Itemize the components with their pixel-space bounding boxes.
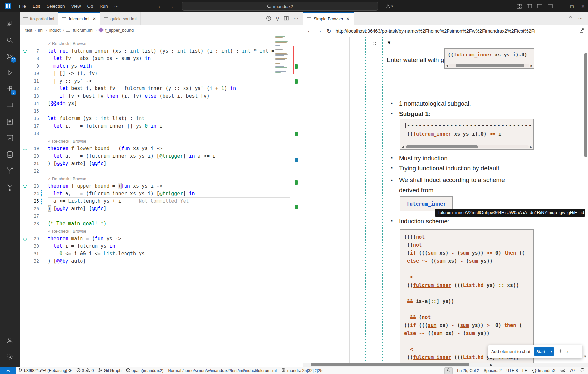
close-tab-icon[interactable]: ✕ xyxy=(346,16,350,21)
activity-item-extensions-icon[interactable]: 6 xyxy=(2,81,18,97)
line-number[interactable]: 19 xyxy=(34,145,39,152)
gutter[interactable]: 7 xyxy=(20,47,48,55)
code-line[interactable]: 18 xyxy=(20,130,303,137)
menu-go[interactable]: Go xyxy=(84,2,96,10)
tab-quick-sort[interactable]: quick_sort.iml xyxy=(100,12,140,25)
code-text[interactable]: | [] -> (i, fv) xyxy=(48,70,303,77)
indentation-status[interactable]: Spaces: 2 xyxy=(481,367,504,374)
forall-check-icon[interactable]: ∀ xyxy=(276,16,279,22)
gutter[interactable]: 15 xyxy=(20,107,48,115)
url-input[interactable]: http://localhost:36463/po-task/by-name/%… xyxy=(335,28,575,34)
gutter[interactable]: 17 xyxy=(20,122,48,130)
line-number[interactable]: 21 xyxy=(34,160,39,167)
line-number[interactable]: 15 xyxy=(34,107,39,115)
line-number[interactable]: 17 xyxy=(34,122,39,130)
code-token[interactable]: sum xyxy=(436,258,445,264)
code-line[interactable]: 29theorem main = (fun ys -> xyxy=(20,235,303,242)
code-text[interactable]: [@@adm ys] xyxy=(48,100,303,107)
gutter[interactable]: 11 xyxy=(20,77,48,85)
code-token[interactable]: fulcrum_inner xyxy=(413,131,451,137)
activity-item-source-control-icon[interactable]: 20 xyxy=(2,48,18,65)
code-line[interactable]: 11 | y :: ys' -> xyxy=(20,77,303,85)
menu-run[interactable]: Run xyxy=(96,2,111,10)
browser-reload-icon[interactable]: ↻ xyxy=(327,28,331,34)
browser-back-icon[interactable]: ← xyxy=(307,28,312,34)
line-number[interactable]: 20 xyxy=(34,152,39,160)
eol-status[interactable]: LF xyxy=(520,367,530,374)
activity-item-database-icon[interactable] xyxy=(2,146,18,163)
subgoal-scrollbar[interactable]: ◀ ▶ xyxy=(401,145,533,149)
code-text[interactable]: (* The main goal! *) xyxy=(48,220,303,227)
line-number[interactable]: 26 xyxy=(34,205,39,212)
code-text[interactable]: let fulcrum (ys : int list) : int = xyxy=(48,115,303,122)
code-line[interactable]: 28(* The main goal! *) xyxy=(20,220,303,227)
command-center-search[interactable]: imandrax2 xyxy=(182,2,378,11)
code-text[interactable] xyxy=(48,212,303,220)
scroll-left-icon[interactable]: ◀ xyxy=(401,145,404,148)
gutter[interactable]: 30 xyxy=(20,242,48,250)
popup-next-icon[interactable]: › xyxy=(566,348,568,355)
scroll-right-icon[interactable]: ▶ xyxy=(529,145,533,148)
line-number[interactable]: 11 xyxy=(34,77,39,85)
code-editor[interactable]: ✓ Re-check | Browse7let rec fulcrum_inne… xyxy=(20,35,303,367)
encoding-status[interactable]: UTF-8 xyxy=(504,367,520,374)
gear-icon[interactable] xyxy=(558,348,563,355)
line-number[interactable]: 24 xyxy=(34,190,39,197)
code-line[interactable]: 8 let fv = abs (sum xs - sum ys) in xyxy=(20,55,303,62)
breadcrumb-item[interactable]: iml xyxy=(38,28,44,33)
line-number[interactable]: 13 xyxy=(34,92,39,100)
line-number[interactable]: 23 xyxy=(34,182,39,190)
activity-item-pipeline-a-icon[interactable] xyxy=(2,163,18,179)
gutter[interactable]: 13 xyxy=(20,92,48,100)
gutter[interactable]: 31 xyxy=(20,250,48,257)
gutter[interactable]: 19 xyxy=(20,145,48,152)
activity-item-search-icon[interactable] xyxy=(2,32,18,48)
opam-switch-status[interactable]: opam(imandrax2) xyxy=(124,367,166,374)
line-number[interactable]: 9 xyxy=(37,62,39,70)
vscode-logo-icon[interactable] xyxy=(5,3,11,9)
gutter[interactable]: 8 xyxy=(20,55,48,62)
activity-item-explorer-icon[interactable] xyxy=(2,16,18,32)
remote-indicator[interactable]: >< xyxy=(0,367,16,374)
codelens-browse-link[interactable]: Browse xyxy=(73,41,86,46)
code-text[interactable]: let a, _ = (fulcrum_inner xs ys i) [@tri… xyxy=(48,190,303,197)
code-line[interactable]: 20 let a, _ = (fulcrum_inner xs ys i) [@… xyxy=(20,152,303,160)
line-number[interactable]: 8 xyxy=(37,55,39,62)
code-line[interactable]: 26) [@@by auto] [@@fc] xyxy=(20,205,303,212)
line-number[interactable]: 25 xyxy=(34,197,39,205)
menu-file[interactable]: File xyxy=(16,2,29,10)
code-text[interactable]: match ys with xyxy=(48,62,303,70)
code-line[interactable]: 31 0 <= i && i <= List.length ys xyxy=(20,250,303,257)
proof-ratio-status[interactable]: 7/7 xyxy=(567,367,578,374)
code-text[interactable] xyxy=(48,130,303,137)
gutter[interactable]: 12 xyxy=(20,85,48,92)
activity-item-notebook-icon[interactable] xyxy=(2,114,18,130)
code-line[interactable]: 15 xyxy=(20,107,303,115)
code-line[interactable]: 25 a <= List.length ys + i Not Committed… xyxy=(20,197,303,205)
close-tab-icon[interactable]: ✕ xyxy=(92,16,96,21)
line-number[interactable]: 31 xyxy=(34,250,39,257)
gutter[interactable]: 22 xyxy=(20,167,48,175)
breadcrumb-item[interactable]: fulcrum.iml xyxy=(73,28,93,33)
gutter[interactable]: 20 xyxy=(20,152,48,160)
gutter[interactable]: 18 xyxy=(20,130,48,137)
code-line[interactable]: 19theorem f_lower_bound = (fun xs ys i -… xyxy=(20,145,303,152)
gutter[interactable]: 25 xyxy=(20,197,48,205)
breadcrumb-item[interactable]: induct xyxy=(49,28,61,33)
menu-more[interactable]: ⋯ xyxy=(111,2,122,10)
activity-item-run-debug-icon[interactable] xyxy=(2,65,18,81)
problems-status[interactable]: 3 0 xyxy=(74,367,96,374)
customize-layout-icon[interactable] xyxy=(514,2,523,10)
code-token[interactable]: fulcrum_inner xyxy=(413,282,451,288)
more-actions-icon[interactable]: ⋯ xyxy=(293,16,298,22)
toggle-panel-icon[interactable] xyxy=(535,2,544,10)
code-text[interactable] xyxy=(48,167,303,175)
code-text[interactable]: theorem main = (fun ys -> xyxy=(48,235,303,242)
imandra-proved-icon[interactable] xyxy=(23,184,27,190)
activity-item-account-icon[interactable] xyxy=(2,332,18,349)
line-number[interactable]: 30 xyxy=(34,242,39,250)
imandra-proved-icon[interactable] xyxy=(23,237,27,242)
scroll-down-icon[interactable]: ▼ xyxy=(583,354,587,358)
code-line[interactable]: 12 let best_i, best_fv = fulcrum_inner (… xyxy=(20,85,303,92)
menu-view[interactable]: View xyxy=(68,2,84,10)
